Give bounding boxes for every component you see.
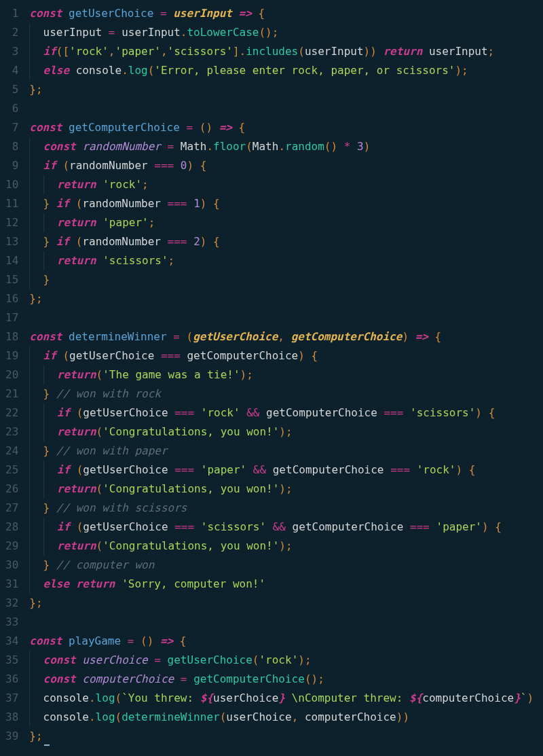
token-id (212, 121, 219, 134)
token-punc: , (109, 45, 115, 58)
code-editor[interactable]: 1234567891011121314151617181920212223242… (0, 0, 543, 753)
code-line[interactable]: if (getUserChoice === getComputerChoice)… (28, 346, 543, 365)
code-line[interactable]: if (getUserChoice === 'scissors' && getC… (28, 518, 543, 537)
token-kw: if (57, 520, 70, 533)
token-kw: return (57, 539, 96, 552)
token-id (187, 197, 194, 210)
line-number: 8 (5, 137, 18, 156)
code-line[interactable]: } // won with scissors (28, 499, 543, 518)
token-fn: getComputerChoice (69, 121, 180, 134)
code-line[interactable]: } // computer won (28, 556, 543, 575)
code-line[interactable]: } (28, 270, 543, 289)
token-method: toLowerCase (187, 26, 259, 39)
code-line[interactable]: } // won with rock (28, 384, 543, 403)
token-id (96, 216, 103, 229)
token-str: 'The game was a tie!' (102, 368, 240, 381)
token-id: computerChoice (305, 710, 396, 723)
code-line[interactable]: const getComputerChoice = () => { (28, 118, 543, 137)
token-punc: ; (36, 596, 43, 609)
line-number: 9 (5, 156, 18, 175)
token-punc: { (239, 121, 246, 134)
token-op: = (186, 121, 193, 134)
token-str: 'scissors' (201, 520, 266, 533)
token-kw: } (514, 691, 521, 704)
token-comment: // won with paper (56, 444, 168, 457)
line-number: 20 (5, 365, 18, 384)
code-line[interactable]: }; (28, 594, 543, 613)
code-line[interactable]: const randomNumber = Math.floor(Math.ran… (28, 137, 543, 156)
token-punc: ( (76, 235, 83, 248)
token-id (76, 672, 83, 685)
token-punc: ; (36, 730, 43, 742)
code-line[interactable] (28, 613, 543, 632)
code-line[interactable]: const userChoice = getUserChoice('rock')… (28, 651, 543, 670)
token-method: determineWinner (121, 710, 220, 723)
code-line[interactable]: console.log(`You threw: ${userChoice} \n… (28, 689, 543, 708)
token-str: 'paper' (201, 463, 246, 476)
token-id: computerChoice (422, 691, 514, 704)
code-line[interactable]: const getUserChoice = userInput => { (28, 4, 543, 23)
token-kw: if (57, 463, 70, 476)
token-id (121, 634, 128, 647)
token-kw: const (29, 121, 69, 134)
code-line[interactable]: return('Congratulations, you won!'); (28, 480, 543, 499)
code-line[interactable]: } // won with paper (28, 442, 543, 461)
token-id (403, 406, 410, 419)
token-punc: { (213, 235, 220, 248)
code-line[interactable]: if (randomNumber === 0) { (28, 156, 543, 175)
token-punc: ; (149, 216, 155, 229)
code-line[interactable]: return 'rock'; (28, 175, 543, 194)
token-id (174, 159, 181, 172)
code-line[interactable]: const computerChoice = getComputerChoice… (28, 670, 543, 689)
code-line[interactable]: } if (randomNumber === 2) { (28, 232, 543, 251)
code-line[interactable]: return('The game was a tie!'); (28, 365, 543, 384)
token-id: getUserChoice (69, 349, 161, 362)
token-punc: { (200, 159, 207, 172)
code-line[interactable]: else console.log('Error, please enter ro… (28, 61, 543, 80)
code-line[interactable]: if (getUserChoice === 'rock' && getCompu… (28, 403, 543, 422)
token-punc: } (29, 292, 36, 305)
token-punc: } (43, 387, 50, 400)
code-area[interactable]: const getUserChoice = userInput => { use… (28, 4, 543, 746)
code-line[interactable]: if (getUserChoice === 'paper' && getComp… (28, 461, 543, 480)
token-id (50, 501, 56, 514)
code-line[interactable]: return 'scissors'; (28, 251, 543, 270)
token-punc: ; (318, 672, 324, 685)
line-number: 33 (5, 613, 18, 632)
code-line[interactable]: }; (28, 80, 543, 99)
code-line[interactable]: return('Congratulations, you won!'); (28, 537, 543, 556)
token-id: Math (174, 140, 206, 153)
token-op: === (174, 463, 194, 476)
code-line[interactable] (28, 99, 543, 118)
code-line[interactable]: else return 'Sorry, computer won!' (28, 575, 543, 594)
code-line[interactable]: }; (28, 289, 543, 308)
token-id: userInput (305, 45, 364, 58)
code-line[interactable]: if(['rock','paper','scissors'].includes(… (28, 42, 543, 61)
token-kw: const (43, 672, 76, 685)
token-punc: ) (364, 140, 371, 153)
code-line[interactable] (28, 308, 543, 327)
token-id: console (69, 64, 121, 77)
code-line[interactable]: }; (28, 727, 543, 746)
token-id: getComputerChoice (266, 463, 390, 476)
line-number: 37 (5, 689, 18, 708)
code-line[interactable]: const determineWinner = (getUserChoice, … (28, 327, 543, 346)
code-line[interactable]: userInput = userInput.toLowerCase(); (28, 23, 543, 42)
token-prop: userChoice (82, 653, 147, 666)
code-line[interactable]: return('Congratulations, you won!'); (28, 422, 543, 442)
token-id (187, 235, 194, 248)
code-line[interactable]: return 'paper'; (28, 213, 543, 232)
token-kw: const (29, 634, 69, 647)
token-id (482, 406, 489, 419)
token-method: floor (213, 140, 246, 153)
code-line[interactable]: const playGame = () => { (28, 632, 543, 651)
code-line[interactable]: console.log(determineWinner(userChoice, … (28, 708, 543, 727)
line-number: 35 (5, 651, 18, 670)
token-punc: { (469, 463, 476, 476)
code-line[interactable]: } if (randomNumber === 1) { (28, 194, 543, 213)
token-punc: ( (246, 140, 252, 153)
token-punc: ) (475, 406, 482, 419)
token-method: random (285, 140, 324, 153)
token-id (193, 159, 200, 172)
token-id (161, 653, 168, 666)
